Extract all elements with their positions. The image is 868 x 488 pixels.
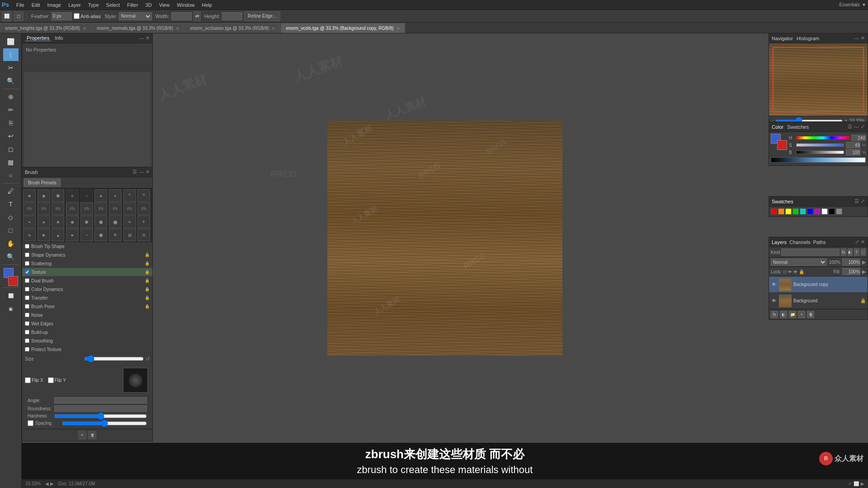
tool-eraser[interactable]: ◻ <box>3 143 19 155</box>
menu-window[interactable]: Window <box>173 1 198 9</box>
preset-30[interactable]: ▲ <box>52 229 64 241</box>
tool-eyedropper[interactable]: 🔍 <box>3 75 19 87</box>
brush-panel-menu-icon[interactable]: ☰ <box>132 169 137 175</box>
tab-close-4[interactable]: ✕ <box>396 26 400 31</box>
menu-view[interactable]: View <box>156 1 174 9</box>
lock-transparent-icon[interactable]: □ <box>783 269 786 274</box>
preset-18[interactable]: Fh <box>137 202 150 215</box>
menu-file[interactable]: File <box>13 1 28 9</box>
tab-xnorm-vcols[interactable]: xnorm_vcols.tga @ 33.3% (Background copy… <box>281 23 405 33</box>
tab-xnorm-occlusion[interactable]: xnorm_occlusion.tga @ 33.3% (RGB/8) ✕ <box>185 23 280 33</box>
preset-15[interactable]: Fh <box>94 202 107 215</box>
swatch-green[interactable] <box>793 208 799 215</box>
preset-14[interactable]: Fh <box>80 202 93 215</box>
layer-delete-btn[interactable]: 🗑 <box>807 311 814 318</box>
preset-20[interactable]: ● <box>38 216 50 228</box>
swatch-yellow[interactable] <box>785 208 792 215</box>
lock-pixels-icon[interactable]: ✏ <box>788 269 792 274</box>
style-select[interactable]: Normal Fixed Ratio Fixed Size <box>119 12 152 20</box>
preset-3[interactable]: ● <box>52 189 64 202</box>
color-dynamics[interactable]: Color Dynamics 🔒 <box>22 285 152 293</box>
menu-image[interactable]: Image <box>44 1 65 9</box>
menu-type[interactable]: Type <box>85 1 103 9</box>
tab-navigator[interactable]: Navigator <box>772 36 793 41</box>
status-btn-1[interactable]: ✓ <box>848 481 852 486</box>
dual-brush[interactable]: Dual Brush 🔒 <box>22 277 152 285</box>
preset-35[interactable]: ✿ <box>123 229 136 241</box>
noise-checkbox[interactable] <box>25 313 29 317</box>
brush-pose[interactable]: Brush Pose 🔒 <box>22 302 152 310</box>
preset-7[interactable]: ● <box>109 189 122 202</box>
nav-close-icon[interactable]: ✕ <box>861 35 865 41</box>
tool-dodge[interactable]: ○ <box>3 169 19 182</box>
feather-input[interactable] <box>52 12 72 20</box>
preset-21[interactable]: ● <box>52 216 64 228</box>
flip-x-checkbox[interactable] <box>25 377 31 383</box>
tab-histogram[interactable]: Histogram <box>797 36 819 41</box>
hardness-slider[interactable] <box>54 414 147 418</box>
tool-gradient[interactable]: ▦ <box>3 156 19 169</box>
preset-24[interactable]: ● <box>94 216 107 228</box>
preset-34[interactable]: ❋ <box>109 229 122 241</box>
preset-11[interactable]: Fh <box>38 202 50 215</box>
flip-y-checkbox[interactable] <box>48 377 54 383</box>
menu-help[interactable]: Help <box>198 1 216 9</box>
tool-btn-2[interactable]: ◻ <box>14 11 24 21</box>
tool-lasso[interactable]: ⟨ <box>3 48 19 61</box>
layers-search[interactable] <box>781 249 840 256</box>
smoothing-checkbox[interactable] <box>25 338 29 343</box>
swatch-white[interactable] <box>821 208 828 215</box>
tool-btn-1[interactable]: ⬜ <box>2 11 12 21</box>
tab-swatches[interactable]: Swatches <box>772 199 793 204</box>
preset-6[interactable]: ● <box>94 189 107 202</box>
size-slider[interactable] <box>84 355 144 362</box>
smoothing[interactable]: Smoothing <box>22 337 152 345</box>
preset-10[interactable]: Fh <box>23 202 36 215</box>
b-input[interactable] <box>846 149 860 155</box>
preset-27[interactable]: ✦ <box>137 216 150 228</box>
layer-row-bg-copy[interactable]: 👁 Background copy <box>769 277 868 293</box>
swatch-orange[interactable] <box>778 208 784 215</box>
tab-close-1[interactable]: ✕ <box>83 26 86 31</box>
tool-text[interactable]: T <box>3 198 19 211</box>
preset-2[interactable]: ● <box>38 189 50 202</box>
zoom-controls[interactable]: ◀ ▶ <box>45 481 54 486</box>
layer-fx-btn[interactable]: fx <box>771 311 778 318</box>
texture-checkbox[interactable] <box>25 270 29 274</box>
menu-3d[interactable]: 3D <box>142 1 156 9</box>
menu-select[interactable]: Select <box>103 1 124 9</box>
background-color[interactable] <box>8 276 18 286</box>
layer-eye-bg[interactable]: 👁 <box>771 298 777 304</box>
tool-pen[interactable]: 🖊 <box>3 185 19 197</box>
flip-x-label[interactable]: Flip X <box>25 366 43 394</box>
height-input[interactable] <box>222 12 242 20</box>
fill-arrow[interactable]: ▶ <box>862 269 866 275</box>
tool-history[interactable]: ↩ <box>3 130 19 142</box>
texture-option[interactable]: Texture 🔒 <box>22 268 152 276</box>
preset-17[interactable]: Fh <box>123 202 136 215</box>
color-bg-swatch[interactable] <box>777 140 787 150</box>
swatch-black[interactable] <box>829 208 835 215</box>
layer-row-bg[interactable]: 👁 Background 🔒 <box>769 293 868 309</box>
brush-new-btn[interactable]: + <box>78 431 86 439</box>
preset-1[interactable]: ● <box>23 189 36 202</box>
brush-panel-collapse-icon[interactable]: — <box>139 169 144 175</box>
preset-23[interactable]: ● <box>80 216 93 228</box>
preset-26[interactable]: ★ <box>123 216 136 228</box>
preset-12[interactable]: Fh <box>52 202 64 215</box>
blend-mode-select[interactable]: Normal Multiply Screen Overlay <box>771 258 827 266</box>
swatches-menu-icon[interactable]: ☰ <box>854 198 859 204</box>
brush-panel-close-icon[interactable]: ✕ <box>146 169 150 175</box>
transfer-checkbox[interactable] <box>25 296 29 300</box>
preset-19[interactable]: ● <box>23 216 36 228</box>
layers-expand-icon[interactable]: ⤢ <box>855 239 859 245</box>
swap-dimensions-btn[interactable]: ⇄ <box>193 11 201 21</box>
menu-filter[interactable]: Filter <box>123 1 142 9</box>
lyr-btn-shape[interactable]: □ <box>861 249 866 256</box>
menu-edit[interactable]: Edit <box>28 1 44 9</box>
opacity-input[interactable] <box>842 258 860 266</box>
preset-13[interactable]: Fh <box>66 202 79 215</box>
roundness-input[interactable] <box>54 405 147 412</box>
flip-y-label[interactable]: Flip Y <box>48 366 66 394</box>
spacing-checkbox[interactable] <box>28 420 33 426</box>
